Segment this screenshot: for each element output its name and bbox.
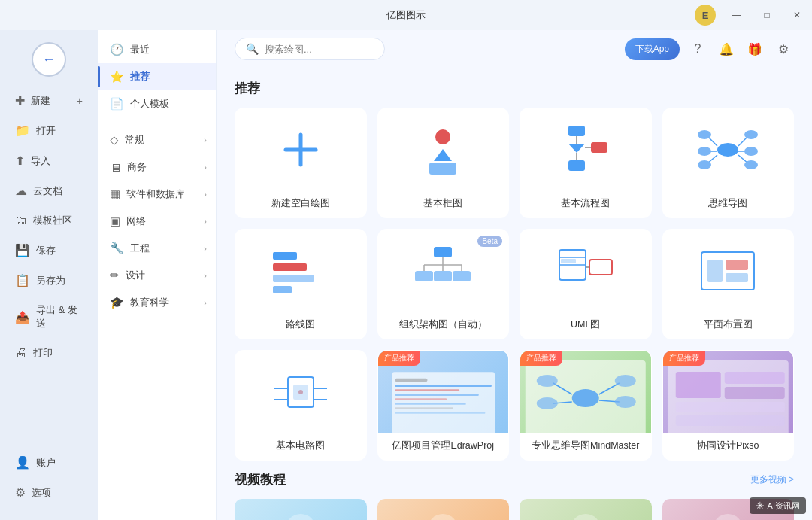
svg-rect-10 xyxy=(591,142,607,153)
mid-nav-engineering[interactable]: 🔧 工程 › xyxy=(98,235,216,262)
sidebar-item-save-as[interactable]: 📋 另存为 xyxy=(5,266,93,295)
template-card-edrawproj[interactable]: 产品推荐 亿图项目管理EdrawProj xyxy=(377,350,510,461)
product-badge-pixso: 产品推荐 xyxy=(663,351,705,366)
titlebar: 亿图图示 E — □ ✕ xyxy=(0,0,812,30)
template-card-label-basic-frame: 基本框图 xyxy=(423,191,462,217)
svg-point-73 xyxy=(537,397,558,409)
mid-nav-software-db[interactable]: ▦ 软件和数据库 › xyxy=(98,181,216,208)
new-icon: ✚ xyxy=(15,93,25,108)
mid-nav-network[interactable]: ▣ 网络 › xyxy=(98,208,216,235)
product-badge-mindmaster: 产品推荐 xyxy=(520,351,562,366)
svg-point-20 xyxy=(698,130,711,139)
svg-rect-58 xyxy=(395,389,459,391)
print-icon: 🖨 xyxy=(15,346,27,360)
sidebar-item-save[interactable]: 💾 保存 xyxy=(5,236,93,265)
sidebar-item-template[interactable]: 🗂 模板社区 xyxy=(5,206,93,235)
mid-nav-recommend[interactable]: ⭐ 推荐 xyxy=(98,63,216,90)
general-icon: ◇ xyxy=(110,133,119,147)
sidebar-item-account[interactable]: 👤 账户 xyxy=(5,448,93,477)
svg-rect-37 xyxy=(453,271,471,281)
template-card-basic-frame[interactable]: 基本框图 xyxy=(377,108,510,218)
video-card-2[interactable] xyxy=(377,499,510,520)
video-card-1[interactable] xyxy=(235,499,367,520)
search-bar[interactable]: 🔍 xyxy=(235,38,385,60)
template-card-circuit[interactable]: 基本电路图 xyxy=(235,350,367,461)
business-icon: 🖥 xyxy=(110,161,121,174)
svg-marker-7 xyxy=(568,144,585,153)
pixso-preview-svg xyxy=(663,357,794,433)
design-icon: ✏ xyxy=(110,269,120,282)
maximize-button[interactable]: □ xyxy=(752,0,782,30)
svg-rect-57 xyxy=(395,385,491,387)
mid-nav-education[interactable]: 🎓 教育科学 › xyxy=(98,289,216,316)
watermark: ✳ AI资讯网 xyxy=(750,497,806,514)
chevron-icon: › xyxy=(204,135,207,144)
template-card-mindmaster[interactable]: 产品推荐 专业思维导图MindMaster xyxy=(520,350,652,461)
import-icon: ⬆ xyxy=(15,154,25,168)
template-card-basic-flow[interactable]: 基本流程图 xyxy=(520,108,652,218)
engineering-icon: 🔧 xyxy=(110,242,124,255)
sidebar-item-cloud[interactable]: ☁ 云文档 xyxy=(5,176,93,205)
svg-rect-42 xyxy=(589,260,612,275)
sidebar-item-new[interactable]: ✚ 新建 + xyxy=(5,86,93,115)
mindmaster-preview-svg xyxy=(520,357,651,433)
template-card-img-new-blank xyxy=(235,108,366,191)
edrawproj-preview-svg xyxy=(384,369,503,433)
more-videos-link[interactable]: 更多视频 > xyxy=(750,473,794,486)
svg-point-2 xyxy=(435,129,450,144)
basic-flow-svg xyxy=(553,120,617,180)
template-card-img-mind-map xyxy=(663,108,794,191)
sidebar-item-print[interactable]: 🖨 打印 xyxy=(5,339,93,367)
template-card-uml[interactable]: UML图 xyxy=(520,229,652,339)
template-card-img-pixso: 产品推荐 xyxy=(663,351,794,433)
template-card-route[interactable]: 路线图 xyxy=(235,229,367,339)
svg-rect-28 xyxy=(273,286,292,293)
mid-nav-recent[interactable]: 🕐 最近 xyxy=(98,36,216,63)
account-icon: 👤 xyxy=(15,455,30,470)
template-card-img-flat-layout xyxy=(663,230,794,312)
template-card-flat-layout[interactable]: 平面布置图 xyxy=(662,229,795,339)
svg-rect-62 xyxy=(395,407,453,409)
search-input[interactable] xyxy=(265,44,370,55)
org-chart-svg xyxy=(409,241,477,301)
user-avatar[interactable]: E xyxy=(695,5,716,26)
svg-rect-27 xyxy=(273,275,314,282)
search-icon: 🔍 xyxy=(246,43,259,55)
template-card-img-mindmaster: 产品推荐 xyxy=(520,351,651,433)
mid-nav-personal[interactable]: 📄 个人模板 xyxy=(98,90,216,117)
gift-icon-button[interactable]: 🎁 xyxy=(744,38,765,59)
sidebar-item-open[interactable]: 📁 打开 xyxy=(5,116,93,145)
back-button[interactable]: ← xyxy=(32,42,66,77)
download-app-button[interactable]: 下载App xyxy=(625,38,680,60)
minimize-button[interactable]: — xyxy=(722,0,752,30)
settings-icon-button[interactable]: ⚙ xyxy=(773,38,794,59)
chevron-icon: › xyxy=(204,217,207,226)
svg-rect-79 xyxy=(675,415,784,426)
cloud-icon: ☁ xyxy=(15,184,27,198)
sidebar-item-export[interactable]: 📤 导出 & 发送 xyxy=(5,296,93,338)
main-layout: ← ✚ 新建 + 📁 打开 ⬆ 导入 ☁ 云文档 🗂 模板社区 xyxy=(0,30,812,520)
template-card-label-pixso: 协同设计Pixso xyxy=(697,433,759,460)
sidebar-item-import[interactable]: ⬆ 导入 xyxy=(5,146,93,175)
svg-point-24 xyxy=(698,160,711,169)
plus-icon[interactable]: + xyxy=(77,95,83,107)
sidebar-item-options[interactable]: ⚙ 选项 xyxy=(5,478,93,507)
content-header: 🔍 下载App ? 🔔 🎁 ⚙ xyxy=(235,30,794,68)
template-card-pixso[interactable]: 产品推荐 协同设计Pixso xyxy=(662,350,795,461)
template-card-new-blank[interactable]: 新建空白绘图 xyxy=(235,108,367,218)
uml-svg xyxy=(552,241,620,301)
mid-nav-general[interactable]: ◇ 常规 › xyxy=(98,126,216,154)
template-card-org-chart[interactable]: Beta 组织架构图（自动） xyxy=(377,229,510,339)
mid-nav-design[interactable]: ✏ 设计 › xyxy=(98,262,216,289)
route-svg xyxy=(267,241,335,301)
svg-rect-4 xyxy=(429,163,456,175)
video-card-3[interactable] xyxy=(520,499,652,520)
export-icon: 📤 xyxy=(15,310,30,324)
template-grid-row1: 新建空白绘图 基本框图 xyxy=(235,108,794,218)
template-card-mind-map[interactable]: 思维导图 xyxy=(662,108,795,218)
close-button[interactable]: ✕ xyxy=(782,0,812,30)
bell-icon-button[interactable]: 🔔 xyxy=(716,38,737,59)
svg-point-12 xyxy=(717,143,738,157)
help-icon-button[interactable]: ? xyxy=(687,38,708,59)
mid-nav-business[interactable]: 🖥 商务 › xyxy=(98,154,216,181)
